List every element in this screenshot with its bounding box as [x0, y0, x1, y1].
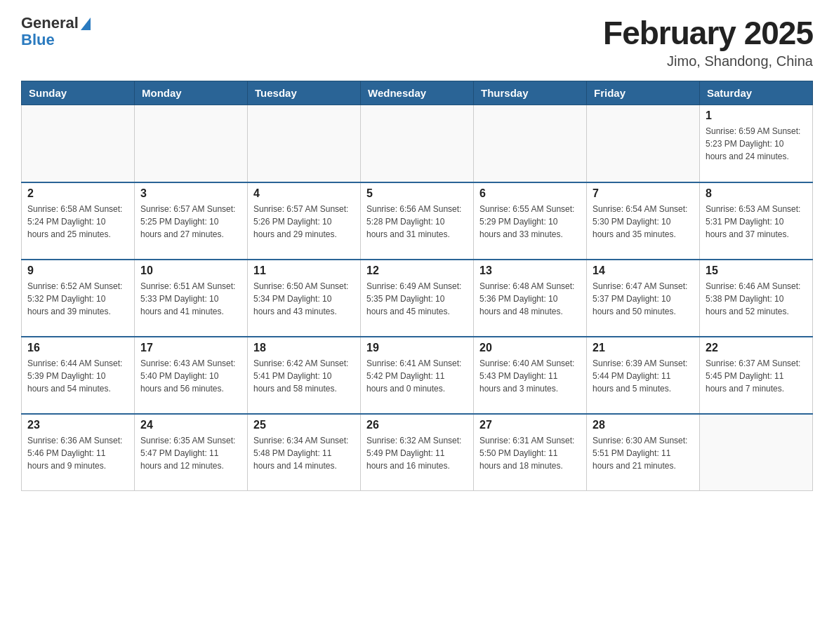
day-info: Sunrise: 6:36 AM Sunset: 5:46 PM Dayligh… — [27, 434, 128, 472]
logo-general-text: General — [21, 14, 79, 32]
day-info: Sunrise: 6:46 AM Sunset: 5:38 PM Dayligh… — [706, 280, 807, 318]
calendar-day-cell: 28Sunrise: 6:30 AM Sunset: 5:51 PM Dayli… — [587, 414, 700, 491]
day-number: 12 — [366, 264, 468, 277]
day-number: 5 — [366, 187, 468, 200]
day-info: Sunrise: 6:30 AM Sunset: 5:51 PM Dayligh… — [593, 434, 694, 472]
calendar-day-cell: 22Sunrise: 6:37 AM Sunset: 5:45 PM Dayli… — [700, 337, 813, 414]
weekday-header-sunday: Sunday — [22, 81, 135, 105]
location: Jimo, Shandong, China — [603, 53, 813, 69]
day-info: Sunrise: 6:35 AM Sunset: 5:47 PM Dayligh… — [140, 434, 241, 472]
calendar-day-cell: 10Sunrise: 6:51 AM Sunset: 5:33 PM Dayli… — [135, 260, 248, 337]
day-number: 10 — [140, 264, 241, 277]
day-info: Sunrise: 6:32 AM Sunset: 5:49 PM Dayligh… — [366, 434, 468, 472]
calendar-day-cell — [22, 105, 135, 182]
calendar-day-cell: 16Sunrise: 6:44 AM Sunset: 5:39 PM Dayli… — [22, 337, 135, 414]
day-info: Sunrise: 6:53 AM Sunset: 5:31 PM Dayligh… — [706, 203, 807, 241]
calendar-day-cell: 5Sunrise: 6:56 AM Sunset: 5:28 PM Daylig… — [361, 182, 474, 260]
day-number: 7 — [593, 187, 694, 200]
calendar-day-cell: 25Sunrise: 6:34 AM Sunset: 5:48 PM Dayli… — [248, 414, 361, 491]
day-info: Sunrise: 6:56 AM Sunset: 5:28 PM Dayligh… — [366, 203, 468, 241]
day-number: 15 — [706, 264, 807, 277]
calendar-day-cell: 15Sunrise: 6:46 AM Sunset: 5:38 PM Dayli… — [700, 260, 813, 337]
calendar-week-row: 16Sunrise: 6:44 AM Sunset: 5:39 PM Dayli… — [22, 337, 813, 414]
calendar-day-cell: 27Sunrise: 6:31 AM Sunset: 5:50 PM Dayli… — [474, 414, 587, 491]
calendar-day-cell: 4Sunrise: 6:57 AM Sunset: 5:26 PM Daylig… — [248, 182, 361, 260]
day-number: 20 — [479, 342, 581, 354]
day-info: Sunrise: 6:55 AM Sunset: 5:29 PM Dayligh… — [479, 203, 581, 241]
day-number: 8 — [706, 187, 807, 200]
day-info: Sunrise: 6:34 AM Sunset: 5:48 PM Dayligh… — [253, 434, 355, 472]
day-number: 16 — [27, 342, 128, 354]
day-info: Sunrise: 6:52 AM Sunset: 5:32 PM Dayligh… — [27, 280, 128, 318]
day-number: 14 — [593, 264, 694, 277]
day-info: Sunrise: 6:57 AM Sunset: 5:25 PM Dayligh… — [140, 203, 241, 241]
calendar-day-cell: 21Sunrise: 6:39 AM Sunset: 5:44 PM Dayli… — [587, 337, 700, 414]
title-block: February 2025 Jimo, Shandong, China — [603, 14, 813, 69]
weekday-header-wednesday: Wednesday — [361, 81, 474, 105]
logo-triangle-icon — [81, 18, 91, 30]
calendar-day-cell: 13Sunrise: 6:48 AM Sunset: 5:36 PM Dayli… — [474, 260, 587, 337]
day-info: Sunrise: 6:40 AM Sunset: 5:43 PM Dayligh… — [479, 357, 581, 395]
calendar-week-row: 1Sunrise: 6:59 AM Sunset: 5:23 PM Daylig… — [22, 105, 813, 182]
weekday-header-tuesday: Tuesday — [248, 81, 361, 105]
day-number: 24 — [140, 419, 241, 431]
day-info: Sunrise: 6:57 AM Sunset: 5:26 PM Dayligh… — [253, 203, 355, 241]
page-header: General Blue February 2025 Jimo, Shandon… — [21, 14, 813, 69]
calendar-day-cell: 23Sunrise: 6:36 AM Sunset: 5:46 PM Dayli… — [22, 414, 135, 491]
day-info: Sunrise: 6:31 AM Sunset: 5:50 PM Dayligh… — [479, 434, 581, 472]
day-number: 3 — [140, 187, 241, 200]
calendar-day-cell: 19Sunrise: 6:41 AM Sunset: 5:42 PM Dayli… — [361, 337, 474, 414]
calendar-day-cell: 3Sunrise: 6:57 AM Sunset: 5:25 PM Daylig… — [135, 182, 248, 260]
calendar-day-cell: 18Sunrise: 6:42 AM Sunset: 5:41 PM Dayli… — [248, 337, 361, 414]
calendar-table: SundayMondayTuesdayWednesdayThursdayFrid… — [21, 81, 813, 491]
calendar-day-cell: 2Sunrise: 6:58 AM Sunset: 5:24 PM Daylig… — [22, 182, 135, 260]
calendar-day-cell: 8Sunrise: 6:53 AM Sunset: 5:31 PM Daylig… — [700, 182, 813, 260]
day-number: 1 — [706, 109, 807, 122]
month-title: February 2025 — [603, 14, 813, 52]
calendar-day-cell: 6Sunrise: 6:55 AM Sunset: 5:29 PM Daylig… — [474, 182, 587, 260]
calendar-day-cell: 12Sunrise: 6:49 AM Sunset: 5:35 PM Dayli… — [361, 260, 474, 337]
day-number: 22 — [706, 342, 807, 354]
calendar-day-cell: 17Sunrise: 6:43 AM Sunset: 5:40 PM Dayli… — [135, 337, 248, 414]
calendar-day-cell — [135, 105, 248, 182]
day-info: Sunrise: 6:39 AM Sunset: 5:44 PM Dayligh… — [593, 357, 694, 395]
day-number: 2 — [27, 187, 128, 200]
weekday-header-thursday: Thursday — [474, 81, 587, 105]
day-number: 17 — [140, 342, 241, 354]
logo-blue-text: Blue — [21, 31, 55, 49]
calendar-day-cell: 7Sunrise: 6:54 AM Sunset: 5:30 PM Daylig… — [587, 182, 700, 260]
weekday-header-saturday: Saturday — [700, 81, 813, 105]
calendar-day-cell: 24Sunrise: 6:35 AM Sunset: 5:47 PM Dayli… — [135, 414, 248, 491]
calendar-day-cell: 11Sunrise: 6:50 AM Sunset: 5:34 PM Dayli… — [248, 260, 361, 337]
calendar-day-cell — [700, 414, 813, 491]
day-number: 6 — [479, 187, 581, 200]
weekday-header-row: SundayMondayTuesdayWednesdayThursdayFrid… — [22, 81, 813, 105]
day-info: Sunrise: 6:54 AM Sunset: 5:30 PM Dayligh… — [593, 203, 694, 241]
day-info: Sunrise: 6:42 AM Sunset: 5:41 PM Dayligh… — [253, 357, 355, 395]
calendar-day-cell: 20Sunrise: 6:40 AM Sunset: 5:43 PM Dayli… — [474, 337, 587, 414]
calendar-day-cell: 14Sunrise: 6:47 AM Sunset: 5:37 PM Dayli… — [587, 260, 700, 337]
day-info: Sunrise: 6:44 AM Sunset: 5:39 PM Dayligh… — [27, 357, 128, 395]
day-info: Sunrise: 6:48 AM Sunset: 5:36 PM Dayligh… — [479, 280, 581, 318]
weekday-header-friday: Friday — [587, 81, 700, 105]
day-info: Sunrise: 6:41 AM Sunset: 5:42 PM Dayligh… — [366, 357, 468, 395]
day-number: 21 — [593, 342, 694, 354]
day-info: Sunrise: 6:49 AM Sunset: 5:35 PM Dayligh… — [366, 280, 468, 318]
day-number: 4 — [253, 187, 355, 200]
day-number: 23 — [27, 419, 128, 431]
day-info: Sunrise: 6:43 AM Sunset: 5:40 PM Dayligh… — [140, 357, 241, 395]
logo: General Blue — [21, 14, 91, 49]
day-number: 18 — [253, 342, 355, 354]
calendar-week-row: 23Sunrise: 6:36 AM Sunset: 5:46 PM Dayli… — [22, 414, 813, 491]
day-number: 27 — [479, 419, 581, 431]
calendar-day-cell: 26Sunrise: 6:32 AM Sunset: 5:49 PM Dayli… — [361, 414, 474, 491]
day-number: 26 — [366, 419, 468, 431]
calendar-day-cell — [474, 105, 587, 182]
day-number: 19 — [366, 342, 468, 354]
day-info: Sunrise: 6:50 AM Sunset: 5:34 PM Dayligh… — [253, 280, 355, 318]
calendar-day-cell: 9Sunrise: 6:52 AM Sunset: 5:32 PM Daylig… — [22, 260, 135, 337]
day-info: Sunrise: 6:47 AM Sunset: 5:37 PM Dayligh… — [593, 280, 694, 318]
calendar-day-cell — [361, 105, 474, 182]
calendar-week-row: 2Sunrise: 6:58 AM Sunset: 5:24 PM Daylig… — [22, 182, 813, 260]
calendar-day-cell — [248, 105, 361, 182]
